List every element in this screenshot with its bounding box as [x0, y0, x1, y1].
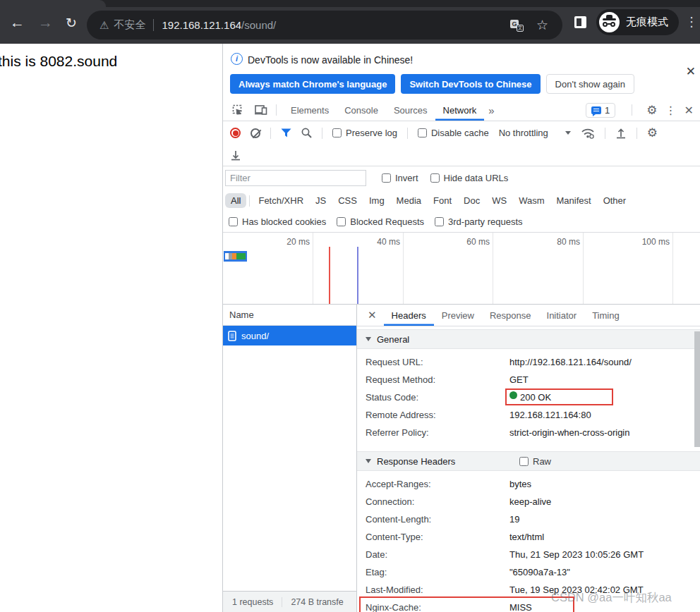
scrollbar-thumb[interactable] — [694, 331, 700, 447]
side-panel-icon[interactable] — [574, 16, 586, 28]
record-button[interactable] — [230, 128, 241, 138]
more-tabs-icon[interactable]: » — [484, 104, 498, 116]
requests-panel: Name sound/ 1 requests 274 B transfe — [223, 305, 357, 612]
chip-font[interactable]: Font — [430, 193, 455, 208]
detail-tabs: ✕ Headers Preview Response Initiator Tim… — [357, 305, 700, 326]
devtools-menu-icon[interactable]: ⋮ — [665, 104, 677, 117]
chip-ws[interactable]: WS — [488, 193, 510, 208]
browser-menu-icon[interactable]: ⋮ — [685, 14, 698, 30]
language-banner: i DevTools is now available in Chinese! … — [223, 44, 700, 99]
inspect-element-icon[interactable] — [232, 104, 244, 116]
chip-all[interactable]: All — [225, 193, 246, 208]
network-toolbar-row2 — [223, 145, 700, 166]
import-har-icon[interactable] — [615, 128, 627, 139]
address-bar[interactable]: ⚠ 不安全 192.168.121.164/sound/ G 文 ☆ — [87, 11, 562, 39]
third-party-requests-checkbox[interactable]: 3rd-party requests — [435, 216, 523, 227]
match-language-button[interactable]: Always match Chrome's language — [230, 74, 395, 94]
translate-icon[interactable]: G 文 — [510, 19, 524, 32]
export-har-icon[interactable] — [230, 149, 241, 161]
kv-row: Accept-Ranges:bytes — [357, 475, 700, 493]
annotation-box-nginx — [359, 596, 574, 612]
general-section-header[interactable]: General — [357, 329, 700, 349]
chip-media[interactable]: Media — [393, 193, 425, 208]
settings-gear-icon[interactable]: ⚙ — [646, 103, 657, 118]
raw-checkbox[interactable]: Raw — [519, 456, 551, 467]
load-event-line — [357, 247, 358, 304]
tick-20ms: 20 ms — [269, 237, 310, 247]
name-column-header[interactable]: Name — [223, 305, 356, 326]
page-heading: this is 8082.sound — [0, 53, 117, 70]
hide-data-urls-checkbox[interactable]: Hide data URLs — [430, 173, 509, 183]
kv-row: Request URL:http://192.168.121.164/sound… — [357, 353, 700, 371]
chip-wasm[interactable]: Wasm — [515, 193, 548, 208]
chip-fetch-xhr[interactable]: Fetch/XHR — [255, 193, 307, 208]
chip-other[interactable]: Other — [600, 193, 630, 208]
tab-sources[interactable]: Sources — [386, 99, 435, 121]
security-label[interactable]: 不安全 — [114, 18, 145, 32]
general-rows: Request URL:http://192.168.121.164/sound… — [357, 349, 700, 441]
issues-count: 1 — [605, 105, 610, 116]
blocked-filters-row: Has blocked cookies Blocked Requests 3rd… — [223, 212, 700, 233]
response-headers-section-header[interactable]: Response Headers Raw — [357, 451, 700, 471]
tab-preview[interactable]: Preview — [434, 305, 482, 326]
tab-elements[interactable]: Elements — [283, 99, 337, 121]
chip-doc[interactable]: Doc — [460, 193, 483, 208]
url-host[interactable]: 192.168.121.164 — [162, 19, 241, 31]
search-icon[interactable] — [301, 128, 312, 138]
filter-input[interactable] — [225, 170, 366, 186]
chip-img[interactable]: Img — [366, 193, 388, 208]
devtools-close-icon[interactable]: ✕ — [684, 104, 694, 117]
bookmark-star-icon[interactable]: ☆ — [536, 17, 548, 33]
network-settings-gear-icon[interactable]: ⚙ — [647, 126, 658, 140]
page-content: this is 8082.sound — [0, 44, 222, 612]
filter-funnel-icon[interactable] — [281, 128, 291, 137]
disable-cache-checkbox[interactable]: Disable cache — [418, 128, 489, 138]
detail-close-icon[interactable]: ✕ — [368, 309, 377, 322]
tab-headers[interactable]: Headers — [384, 305, 434, 326]
incognito-badge[interactable]: 无痕模式 — [596, 9, 679, 35]
issues-badge[interactable]: 1 — [586, 103, 615, 118]
request-row-sound[interactable]: sound/ — [223, 326, 356, 345]
banner-close-icon[interactable]: ✕ — [686, 64, 696, 79]
chip-manifest[interactable]: Manifest — [553, 193, 594, 208]
switch-to-chinese-button[interactable]: Switch DevTools to Chinese — [401, 74, 540, 94]
kv-row: Date:Thu, 21 Sep 2023 10:05:26 GMT — [357, 546, 700, 563]
dont-show-again-button[interactable]: Don't show again — [546, 74, 634, 94]
tab-timing[interactable]: Timing — [584, 305, 627, 326]
address-separator — [153, 19, 154, 31]
blocked-requests-checkbox[interactable]: Blocked Requests — [337, 216, 424, 227]
back-icon[interactable]: ← — [10, 15, 25, 30]
device-toolbar-icon[interactable] — [255, 105, 267, 116]
waterfall-bar[interactable] — [224, 251, 247, 262]
active-tab[interactable] — [0, 0, 106, 7]
clear-button[interactable] — [251, 128, 260, 138]
request-detail-panel: ✕ Headers Preview Response Initiator Tim… — [357, 305, 700, 612]
reload-icon[interactable]: ↻ — [66, 16, 77, 30]
kv-row-status: Status Code: 200 OK — [357, 388, 700, 406]
throttling-select[interactable]: No throttling — [499, 128, 571, 138]
kv-row: Remote Address:192.168.121.164:80 — [357, 406, 700, 424]
devtools-panel: i DevTools is now available in Chinese! … — [222, 44, 700, 612]
browser-toolbar: ← → ↻ ⚠ 不安全 192.168.121.164/sound/ G 文 ☆… — [0, 0, 700, 44]
network-conditions-icon[interactable] — [581, 128, 595, 139]
forward-icon[interactable]: → — [38, 15, 53, 30]
network-overview-timeline[interactable]: 20 ms 40 ms 60 ms 80 ms 100 ms — [223, 233, 700, 305]
tab-network[interactable]: Network — [435, 99, 485, 121]
tab-response[interactable]: Response — [482, 305, 539, 326]
chip-js[interactable]: JS — [312, 193, 330, 208]
preserve-log-checkbox[interactable]: Preserve log — [332, 128, 397, 138]
info-icon: i — [231, 53, 243, 65]
chip-css[interactable]: CSS — [334, 193, 361, 208]
banner-message: DevTools is now available in Chinese! — [248, 54, 413, 66]
has-blocked-cookies-checkbox[interactable]: Has blocked cookies — [229, 216, 326, 227]
kv-row: Content-Type:text/html — [357, 528, 700, 546]
tab-strip — [0, 0, 700, 7]
invert-checkbox[interactable]: Invert — [382, 173, 418, 183]
requests-count: 1 requests — [232, 597, 273, 607]
kv-row: Request Method:GET — [357, 371, 700, 388]
warning-icon[interactable]: ⚠ — [99, 19, 109, 32]
tab-initiator[interactable]: Initiator — [539, 305, 585, 326]
url-path[interactable]: /sound/ — [241, 19, 276, 31]
domcontentloaded-line — [329, 247, 330, 304]
tab-console[interactable]: Console — [337, 99, 386, 121]
